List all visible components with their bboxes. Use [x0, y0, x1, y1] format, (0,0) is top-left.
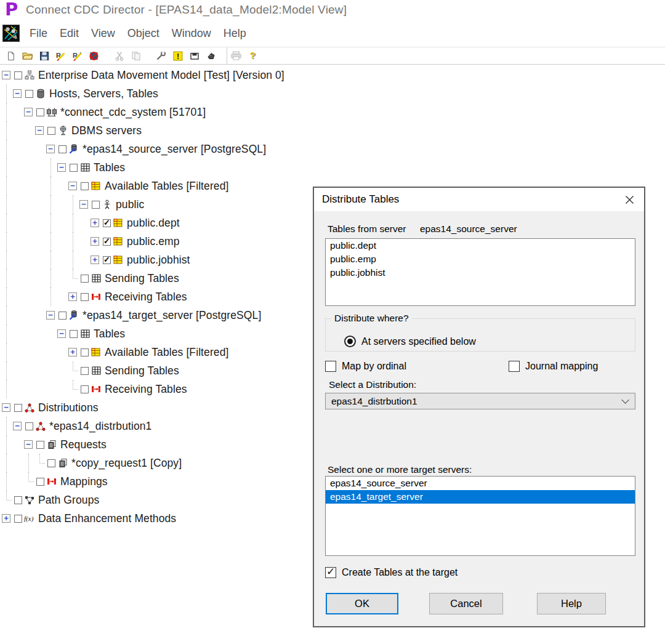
tree-item[interactable]: Path Groups	[0, 491, 284, 509]
menu-help[interactable]: Help	[217, 27, 252, 40]
tree-item[interactable]: −*connect_cdc_system [51701]	[0, 103, 284, 121]
tree-item[interactable]: +Available Tables [Filtered]	[0, 343, 284, 361]
tree-item-label[interactable]: *epas14_target_server [PostgreSQL]	[82, 309, 261, 322]
map-by-ordinal-checkbox[interactable]	[325, 361, 336, 372]
tree-checkbox[interactable]	[92, 201, 100, 209]
tree-item[interactable]: Sending Tables	[0, 269, 284, 288]
menu-file[interactable]: File	[23, 27, 54, 40]
tree-checkbox[interactable]	[81, 348, 89, 356]
tree-item-label[interactable]: Enterprise Data Movement Model [Test] [V…	[38, 69, 284, 82]
collapse-icon[interactable]: −	[46, 311, 55, 320]
list-item[interactable]: public.jobhist	[326, 266, 635, 280]
journal-mapping-checkbox[interactable]	[509, 361, 520, 372]
cancel-button[interactable]: Cancel	[429, 593, 503, 614]
close-icon[interactable]	[615, 188, 644, 211]
expand-icon[interactable]: +	[91, 219, 99, 227]
tree-item[interactable]: −*epas14_distrbution1	[0, 417, 284, 435]
tree-checkbox[interactable]	[103, 256, 111, 264]
tree-checkbox[interactable]	[36, 441, 44, 449]
new-document-icon[interactable]	[5, 50, 17, 62]
help-icon[interactable]: ??	[247, 50, 259, 62]
tree-item[interactable]: +f(x)Data Enhancement Methods	[0, 509, 284, 528]
collapse-icon[interactable]: −	[57, 163, 66, 172]
menu-window[interactable]: Window	[166, 27, 217, 40]
r-pencil-alt-icon[interactable]: R	[71, 50, 83, 62]
tree-item[interactable]: −Tables	[0, 324, 284, 343]
build-icon[interactable]	[205, 50, 217, 62]
tree-item-label[interactable]: Distributions	[38, 401, 99, 414]
tree-item-label[interactable]: Requests	[60, 438, 107, 451]
tree-item[interactable]: −Available Tables [Filtered]	[0, 177, 284, 195]
tree-item[interactable]: Sending Tables	[0, 361, 284, 380]
menu-view[interactable]: View	[85, 27, 121, 40]
tree-item[interactable]: −public	[0, 195, 284, 214]
wrench-icon[interactable]	[155, 50, 167, 62]
collapse-icon[interactable]: −	[24, 440, 33, 449]
tree-checkbox[interactable]	[25, 422, 33, 430]
expand-icon[interactable]: +	[68, 348, 77, 356]
save-icon[interactable]	[38, 50, 50, 62]
expand-icon[interactable]: +	[68, 292, 77, 301]
list-item[interactable]: epas14_source_server	[326, 477, 635, 490]
collapse-icon[interactable]: −	[13, 422, 22, 430]
tree-checkbox[interactable]	[58, 312, 66, 320]
tree-checkbox[interactable]	[36, 478, 44, 486]
list-item[interactable]: public.dept	[326, 239, 635, 252]
tree-item[interactable]: Mappings	[0, 472, 284, 491]
tree-item-label[interactable]: Sending Tables	[104, 364, 179, 377]
tree-item[interactable]: +public.jobhist	[0, 251, 284, 269]
tree-item-label[interactable]: public.jobhist	[126, 254, 190, 267]
tree-checkbox[interactable]	[36, 108, 44, 116]
target-servers-list[interactable]: epas14_source_serverepas14_target_server	[325, 476, 635, 556]
r-pencil-icon[interactable]: R	[55, 50, 66, 62]
collapse-icon[interactable]: −	[35, 126, 44, 135]
ok-button[interactable]: OK	[326, 593, 398, 614]
at-servers-radio[interactable]	[344, 336, 356, 347]
tree-checkbox[interactable]	[25, 90, 33, 98]
open-icon[interactable]	[22, 50, 33, 62]
tree-item-label[interactable]: public.emp	[126, 235, 180, 248]
tree-item[interactable]: −*epas14_target_server [PostgreSQL]	[0, 306, 284, 324]
tree-item-label[interactable]: Path Groups	[38, 494, 99, 507]
tree-item[interactable]: −Requests	[0, 435, 284, 454]
tree-item-label[interactable]: Hosts, Servers, Tables	[49, 87, 158, 100]
tree-checkbox[interactable]	[47, 459, 55, 467]
tree-item-label[interactable]: Receiving Tables	[104, 383, 187, 396]
warning-icon[interactable]: !	[172, 50, 183, 62]
tree-checkbox[interactable]	[70, 330, 78, 338]
tree-checkbox[interactable]	[81, 367, 89, 375]
tree-item-label[interactable]: Data Enhancement Methods	[38, 512, 176, 525]
tree-item[interactable]: *copy_request1 [Copy]	[0, 454, 284, 472]
tree-checkbox[interactable]	[81, 385, 89, 393]
tree-item-label[interactable]: Tables	[93, 328, 125, 340]
tree-item-label[interactable]: *connect_cdc_system [51701]	[60, 106, 206, 119]
save-model-icon[interactable]	[188, 50, 200, 62]
tree-checkbox[interactable]	[81, 275, 89, 283]
tree-item-label[interactable]: Receiving Tables	[104, 291, 187, 304]
expand-icon[interactable]: +	[2, 514, 10, 523]
tree-item[interactable]: −Hosts, Servers, Tables	[0, 84, 284, 103]
distribution-combobox[interactable]: epas14_distrbution1	[325, 393, 635, 409]
tree-item[interactable]: −Enterprise Data Movement Model [Test] […	[0, 66, 284, 84]
tree-checkbox[interactable]	[70, 164, 78, 172]
tree-item[interactable]: −DBMS servers	[0, 121, 284, 140]
tree-item[interactable]: +public.dept	[0, 214, 284, 232]
collapse-icon[interactable]: −	[46, 145, 55, 153]
help-button[interactable]: Help	[537, 593, 606, 614]
tree-item-label[interactable]: *epas14_source_server [PostgreSQL]	[82, 143, 266, 156]
tree-item-label[interactable]: public.dept	[126, 217, 180, 230]
menu-edit[interactable]: Edit	[54, 27, 85, 40]
tree-checkbox[interactable]	[14, 496, 22, 504]
collapse-icon[interactable]: −	[2, 71, 10, 79]
tree-item-label[interactable]: DBMS servers	[71, 124, 142, 137]
tree-checkbox[interactable]	[58, 145, 66, 153]
tree-item-label[interactable]: Available Tables [Filtered]	[104, 346, 228, 359]
source-tables-list[interactable]: public.deptpublic.emppublic.jobhist	[325, 238, 635, 306]
tree-item-label[interactable]: Tables	[93, 161, 125, 174]
tree-item[interactable]: +public.emp	[0, 232, 284, 251]
tree-checkbox[interactable]	[14, 515, 22, 523]
collapse-icon[interactable]: −	[24, 108, 33, 116]
tree-checkbox[interactable]	[103, 219, 111, 227]
tree-checkbox[interactable]	[14, 404, 22, 412]
tree-item-label[interactable]: public	[115, 198, 144, 211]
